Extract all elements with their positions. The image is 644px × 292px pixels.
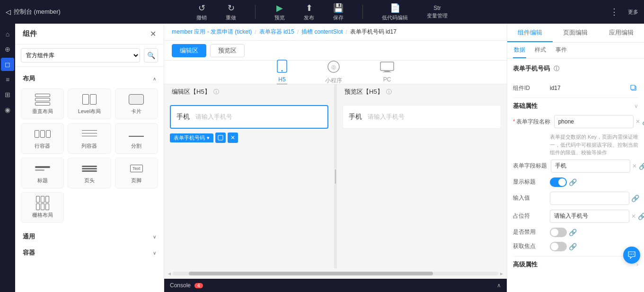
svg-point-1 xyxy=(282,70,283,71)
edit-panel-info-icon[interactable]: ⓘ xyxy=(213,88,219,96)
container-section-header[interactable]: 容器 ∨ xyxy=(21,245,158,261)
component-grid[interactable]: 栅格布局 xyxy=(21,192,64,223)
badge-arrow-icon[interactable]: ▾ xyxy=(207,135,210,141)
nav-settings[interactable]: ⊞ xyxy=(1,88,14,101)
field-name-label: 表单字段名称 xyxy=(513,118,550,126)
sub-tab-style[interactable]: 样式 xyxy=(534,43,547,58)
nav-data[interactable]: ◉ xyxy=(1,103,14,116)
disabled-toggle[interactable] xyxy=(550,228,567,237)
float-chat-button[interactable] xyxy=(623,247,640,264)
close-button[interactable]: ✕ xyxy=(150,29,156,38)
tab-page-edit-label: 页面编辑 xyxy=(563,28,588,37)
placeholder-input[interactable] xyxy=(550,210,629,223)
field-title-clear-icon[interactable]: ✕ xyxy=(632,163,637,169)
nav-components[interactable]: ◻ xyxy=(1,58,14,71)
svg-rect-6 xyxy=(383,72,391,73)
publish-action[interactable]: ⬆ 发布 xyxy=(304,3,314,21)
tab-app-edit[interactable]: 应用编辑 xyxy=(599,24,644,42)
tab-component-edit-label: 组件编辑 xyxy=(518,28,542,37)
nav-home[interactable]: ⌂ xyxy=(1,27,14,41)
h-scrollbar[interactable] xyxy=(173,272,498,275)
svg-rect-4 xyxy=(380,62,394,71)
library-select[interactable]: 官方组件库 xyxy=(21,48,140,62)
undo-action[interactable]: ↺ 撤销 xyxy=(196,3,207,21)
field-name-input[interactable] xyxy=(554,115,634,128)
base-props-arrow[interactable]: ∨ xyxy=(634,103,638,109)
variables-label: 变量管理 xyxy=(427,12,448,19)
placeholder-clear-icon[interactable]: ✕ xyxy=(631,213,636,220)
sub-tab-event[interactable]: 事件 xyxy=(555,43,568,58)
component-col-container[interactable]: 列容器 xyxy=(68,123,111,154)
redo-action[interactable]: ↻ 重做 xyxy=(226,3,236,21)
left-sidebar: 组件 ✕ 官方组件库 🔍 布局 ∧ xyxy=(15,24,164,292)
focus-link-icon[interactable]: 🔗 xyxy=(569,243,577,250)
preview-button[interactable]: 预览区 xyxy=(210,44,245,57)
component-title-info-icon[interactable]: ⓘ xyxy=(554,65,559,73)
phone-form-badge: 表单手机号码 ▾ xyxy=(170,133,213,142)
placeholder-label: 占位符 xyxy=(513,212,546,220)
sub-tab-event-label: 事件 xyxy=(556,46,567,54)
disabled-link-icon[interactable]: 🔗 xyxy=(569,229,577,236)
disabled-value: 🔗 xyxy=(550,228,638,237)
phone-form-label: 手机 xyxy=(176,113,190,121)
show-title-toggle[interactable] xyxy=(550,177,567,187)
device-h5[interactable]: H5 xyxy=(277,60,287,85)
field-title-input[interactable] xyxy=(551,159,630,173)
nav-layers[interactable]: ≡ xyxy=(1,73,14,86)
device-pc[interactable]: PC xyxy=(380,62,394,83)
input-value-link-icon[interactable]: 🔗 xyxy=(631,195,639,202)
tab-component-edit[interactable]: 组件编辑 xyxy=(507,24,553,42)
copy-id-button[interactable] xyxy=(629,83,638,93)
component-footer[interactable]: Text 页脚 xyxy=(115,158,158,188)
title-icon xyxy=(33,162,52,175)
variables-action[interactable]: Str 变量管理 xyxy=(427,5,448,19)
h5-label: H5 xyxy=(278,76,285,83)
preview-action[interactable]: ▶ 预览 xyxy=(274,3,285,21)
search-button[interactable]: 🔍 xyxy=(144,48,158,62)
layout-section-header[interactable]: 布局 ∧ xyxy=(21,71,158,87)
svg-point-12 xyxy=(633,254,634,255)
sub-tab-data[interactable]: 数据 xyxy=(513,43,526,58)
nav-link[interactable]: ⊕ xyxy=(1,43,14,56)
scroll-left-btn[interactable]: ◂ xyxy=(168,270,171,277)
scroll-right-btn[interactable]: ▸ xyxy=(500,270,503,277)
phone-form-edit[interactable]: 手机 请输入手机号 xyxy=(170,105,328,129)
badge-edit-icon[interactable] xyxy=(215,133,226,143)
show-title-link-icon[interactable]: 🔗 xyxy=(569,178,577,186)
component-divider[interactable]: 分割 xyxy=(115,123,158,154)
component-title[interactable]: 标题 xyxy=(21,158,64,188)
breadcrumb-item-1[interactable]: 表单容器 id15 xyxy=(259,28,294,36)
input-value-input[interactable] xyxy=(550,192,629,205)
back-icon[interactable]: ◁ xyxy=(6,8,11,16)
badge-delete-icon[interactable]: ✕ xyxy=(228,133,238,143)
component-v-layout[interactable]: 垂直布局 xyxy=(21,88,64,119)
edit-panel-inner: 手机 请输入手机号 表单手机号码 ▾ xyxy=(170,105,328,129)
center-toolbar: 编辑区 预览区 xyxy=(164,41,507,61)
placeholder-link-icon[interactable]: 🔗 xyxy=(638,212,644,220)
component-header[interactable]: 页头 xyxy=(68,158,111,188)
breadcrumb-item-2[interactable]: 插槽 contentSlot xyxy=(301,28,343,36)
field-title-link-icon[interactable]: 🔗 xyxy=(639,162,644,170)
focus-toggle[interactable] xyxy=(550,242,567,251)
more-button[interactable]: ⋮ xyxy=(610,7,618,17)
tab-page-edit[interactable]: 页面编辑 xyxy=(553,24,598,42)
field-name-link-icon[interactable]: 🔗 xyxy=(642,118,644,125)
device-miniapp[interactable]: ⓪ 小程序 xyxy=(325,60,342,85)
save-action[interactable]: 💾 保存 xyxy=(333,3,344,21)
console-toggle-button[interactable]: ∧ xyxy=(497,282,501,289)
edit-button[interactable]: 编辑区 xyxy=(172,44,206,57)
phone-form-preview: 手机 请输入手机号 xyxy=(343,105,501,129)
component-h-layout[interactable]: Level布局 xyxy=(68,88,111,119)
component-row-container[interactable]: 行容器 xyxy=(21,123,64,154)
more-label: 更多 xyxy=(628,9,638,16)
advanced-arrow[interactable]: › xyxy=(636,261,638,268)
component-card[interactable]: 卡片 xyxy=(115,88,158,119)
tab-app-edit-label: 应用编辑 xyxy=(609,28,634,37)
breadcrumb-item-0[interactable]: member 应用 - 发票申请 (ticket) xyxy=(172,28,252,36)
lowcode-action[interactable]: 📄 低代码编辑 xyxy=(382,3,408,21)
preview-panel-info-icon[interactable]: ⓘ xyxy=(386,88,392,96)
general-section-header[interactable]: 通用 ∨ xyxy=(21,229,158,245)
field-name-clear-icon[interactable]: ✕ xyxy=(635,118,640,125)
sidebar-search: 官方组件库 🔍 xyxy=(15,44,164,67)
divider-label: 分割 xyxy=(131,142,141,150)
